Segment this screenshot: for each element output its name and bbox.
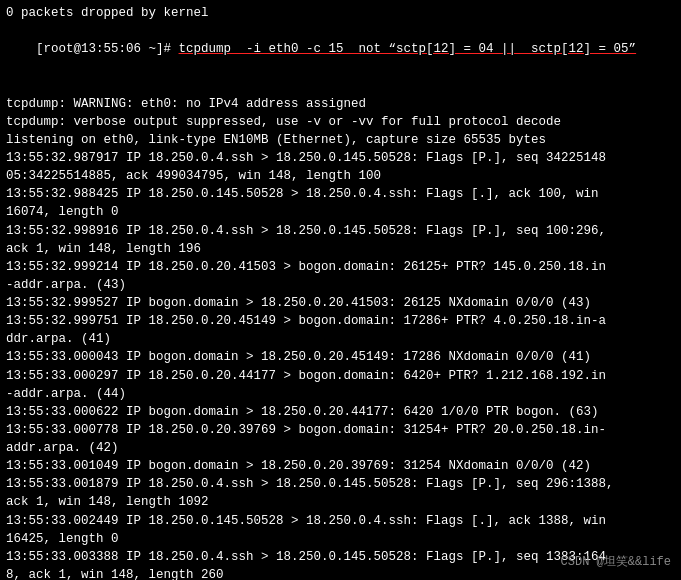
command-text: tcpdump -i eth0 -c 15 not “sctp[12] = 04… <box>179 42 637 56</box>
blank-line <box>6 77 675 95</box>
output-line-5: tcpdump: verbose output suppressed, use … <box>6 113 675 131</box>
output-line-27: 13:55:33.002449 IP 18.250.0.145.50528 > … <box>6 512 675 530</box>
output-line-17: ddr.arpa. (41) <box>6 330 675 348</box>
output-line-22: 13:55:33.000778 IP 18.250.0.20.39769 > b… <box>6 421 675 439</box>
output-line-9: 13:55:32.988425 IP 18.250.0.145.50528 > … <box>6 185 675 203</box>
output-line-15: 13:55:32.999527 IP bogon.domain > 18.250… <box>6 294 675 312</box>
output-line-23: addr.arpa. (42) <box>6 439 675 457</box>
command-line-1: [root@13:55:06 ~]# tcpdump -i eth0 -c 15… <box>6 22 675 76</box>
output-line-28: 16425, length 0 <box>6 530 675 548</box>
prompt-text-1: [root@13:55:06 ~]# <box>36 42 179 56</box>
output-line-16: 13:55:32.999751 IP 18.250.0.20.45149 > b… <box>6 312 675 330</box>
output-line-21: 13:55:33.000622 IP bogon.domain > 18.250… <box>6 403 675 421</box>
output-line-10: 16074, length 0 <box>6 203 675 221</box>
output-line-26: ack 1, win 148, length 1092 <box>6 493 675 511</box>
output-line-20: -addr.arpa. (44) <box>6 385 675 403</box>
output-line-11: 13:55:32.998916 IP 18.250.0.4.ssh > 18.2… <box>6 222 675 240</box>
output-line-14: -addr.arpa. (43) <box>6 276 675 294</box>
output-line-8: 05:34225514885, ack 499034795, win 148, … <box>6 167 675 185</box>
output-line-13: 13:55:32.999214 IP 18.250.0.20.41503 > b… <box>6 258 675 276</box>
output-line-7: 13:55:32.987917 IP 18.250.0.4.ssh > 18.2… <box>6 149 675 167</box>
output-line-18: 13:55:33.000043 IP bogon.domain > 18.250… <box>6 348 675 366</box>
watermark-text: CSDN @坦笑&&life <box>561 553 671 570</box>
output-line-6: listening on eth0, link-type EN10MB (Eth… <box>6 131 675 149</box>
output-line-1: 0 packets dropped by kernel <box>6 4 675 22</box>
output-line-4: tcpdump: WARNING: eth0: no IPv4 address … <box>6 95 675 113</box>
output-line-19: 13:55:33.000297 IP 18.250.0.20.44177 > b… <box>6 367 675 385</box>
output-line-24: 13:55:33.001049 IP bogon.domain > 18.250… <box>6 457 675 475</box>
output-line-12: ack 1, win 148, length 196 <box>6 240 675 258</box>
terminal-window: 0 packets dropped by kernel [root@13:55:… <box>0 0 681 580</box>
output-line-25: 13:55:33.001879 IP 18.250.0.4.ssh > 18.2… <box>6 475 675 493</box>
